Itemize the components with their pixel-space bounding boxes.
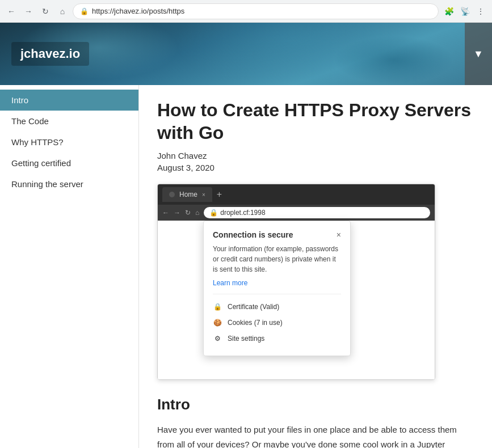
- lock-icon: 🔒: [80, 7, 89, 15]
- screenshot-lock-icon: 🔒: [209, 209, 218, 217]
- popup-row-site-settings[interactable]: ⚙ Site settings: [213, 331, 341, 346]
- popup-row-cookies[interactable]: 🍪 Cookies (7 in use): [213, 315, 341, 331]
- header-menu-button[interactable]: ▼: [465, 23, 492, 85]
- certificate-icon: 🔒: [213, 302, 222, 311]
- reload-button[interactable]: ↻: [39, 5, 52, 18]
- site-settings-label: Site settings: [228, 335, 264, 343]
- popup-learn-more-link[interactable]: Learn more: [213, 279, 341, 287]
- popup-divider: [213, 294, 341, 294]
- intro-text: Have you ever wanted to put your files i…: [157, 422, 474, 448]
- browser-actions: 🧩 📡 ⋮: [442, 5, 487, 18]
- site-header: jchavez.io ▼: [0, 23, 492, 85]
- main-layout: Intro The Code Why HTTPS? Getting certif…: [0, 85, 492, 448]
- browser-toolbar: ← → ↻ ⌂ 🔒 https://jchavez.io/posts/https…: [0, 0, 492, 23]
- post-title: How to Create HTTPS Proxy Servers with G…: [157, 99, 474, 144]
- popup-title: Connection is secure: [213, 230, 293, 239]
- menu-button[interactable]: ⋮: [474, 5, 487, 18]
- screenshot-reload-icon: ↻: [185, 209, 191, 217]
- intro-heading: Intro: [157, 396, 474, 413]
- tab-close-icon[interactable]: ×: [202, 192, 205, 198]
- content-area: How to Create HTTPS Proxy Servers with G…: [139, 85, 492, 448]
- sidebar-item-why-https[interactable]: Why HTTPS?: [0, 132, 138, 153]
- screenshot-nav: ← → ↻ ⌂ 🔒 droplet.cf:1998: [158, 205, 435, 221]
- home-button[interactable]: ⌂: [56, 5, 69, 18]
- site-logo[interactable]: jchavez.io: [11, 42, 89, 66]
- new-tab-icon[interactable]: +: [217, 189, 222, 200]
- cookies-icon: 🍪: [213, 318, 222, 327]
- post-author: John Chavez: [157, 151, 474, 160]
- browser-screenshot: Home × + ← → ↻ ⌂ 🔒 droplet.cf:1998: [157, 184, 435, 380]
- back-button[interactable]: ←: [5, 5, 18, 18]
- url-text: https://jchavez.io/posts/https: [92, 7, 184, 15]
- screenshot-chrome: Home × +: [158, 184, 435, 205]
- popup-header: Connection is secure ×: [213, 230, 341, 239]
- screenshot-home-icon: ⌂: [195, 209, 199, 217]
- sidebar-item-getting-certified[interactable]: Getting certified: [0, 153, 138, 174]
- tab-label: Home: [179, 191, 197, 198]
- security-popup: Connection is secure × Your information …: [203, 221, 351, 356]
- sidebar: Intro The Code Why HTTPS? Getting certif…: [0, 85, 139, 448]
- sidebar-item-running-the-server[interactable]: Running the server: [0, 174, 138, 195]
- popup-row-certificate[interactable]: 🔒 Certificate (Valid): [213, 299, 341, 315]
- popup-description: Your information (for example, passwords…: [213, 244, 341, 274]
- screenshot-url: droplet.cf:1998: [220, 209, 265, 217]
- sidebar-item-intro[interactable]: Intro: [0, 90, 138, 111]
- extensions-button[interactable]: 🧩: [442, 5, 456, 18]
- popup-close-icon[interactable]: ×: [337, 230, 341, 239]
- sidebar-item-the-code[interactable]: The Code: [0, 111, 138, 132]
- site-settings-icon: ⚙: [213, 334, 222, 343]
- screenshot-tab: Home ×: [162, 187, 212, 202]
- screenshot-address-bar: 🔒 droplet.cf:1998: [204, 207, 430, 218]
- screenshot-forward-icon: →: [174, 209, 180, 217]
- certificate-label: Certificate (Valid): [228, 303, 279, 311]
- screenshot-back-icon: ←: [162, 209, 169, 217]
- forward-button[interactable]: →: [22, 5, 35, 18]
- screenshot-body: Connection is secure × Your information …: [158, 221, 435, 379]
- cookies-label: Cookies (7 in use): [228, 319, 283, 327]
- address-bar[interactable]: 🔒 https://jchavez.io/posts/https: [73, 3, 439, 19]
- tab-circle: [169, 192, 175, 197]
- post-date: August 3, 2020: [157, 163, 474, 172]
- cast-button[interactable]: 📡: [458, 5, 472, 18]
